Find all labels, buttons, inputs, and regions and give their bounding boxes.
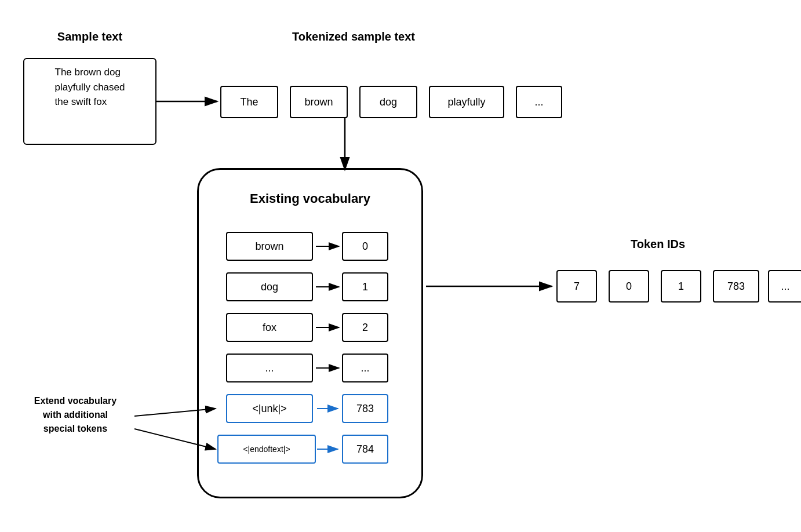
token-id-ellipsis: ... [768,270,801,303]
vocab-word-ellipsis: ... [226,354,313,382]
sample-text-content: The brown dog playfully chased the swift… [55,65,125,110]
token-dog: dog [359,86,417,118]
token-id-7: 7 [556,270,597,303]
vocab-word-brown: brown [226,232,313,261]
token-id-0: 0 [609,270,649,303]
sample-text-label: Sample text [23,30,156,43]
extend-vocab-label: Extend vocabulary with additional specia… [17,394,133,436]
token-brown-text: brown [304,96,333,108]
vocab-word-endoftext: <|endoftext|> [217,435,316,464]
vocab-word-dog: dog [226,272,313,301]
vocab-word-fox: fox [226,313,313,342]
sample-text-box: The brown dog playfully chased the swift… [23,58,156,145]
token-playfully: playfully [429,86,504,118]
vocab-id-784: 784 [342,435,388,464]
token-ellipsis-text: ... [534,96,543,108]
vocab-title: Existing vocabulary [197,191,423,206]
token-id-783: 783 [713,270,759,303]
vocab-id-ellipsis: ... [342,354,388,382]
token-dog-text: dog [380,96,397,108]
vocab-id-783: 783 [342,394,388,423]
vocab-id-2: 2 [342,313,388,342]
token-playfully-text: playfully [447,96,485,108]
vocab-word-unk: <|unk|> [226,394,313,423]
diagram: Sample text Tokenized sample text Token … [0,0,801,532]
token-the: The [220,86,278,118]
token-the-text: The [240,96,258,108]
token-id-1: 1 [661,270,701,303]
vocab-id-0: 0 [342,232,388,261]
tokenized-label: Tokenized sample text [209,30,498,43]
token-brown: brown [290,86,348,118]
vocab-id-1: 1 [342,272,388,301]
token-ellipsis: ... [516,86,562,118]
token-ids-label: Token IDs [556,238,759,251]
